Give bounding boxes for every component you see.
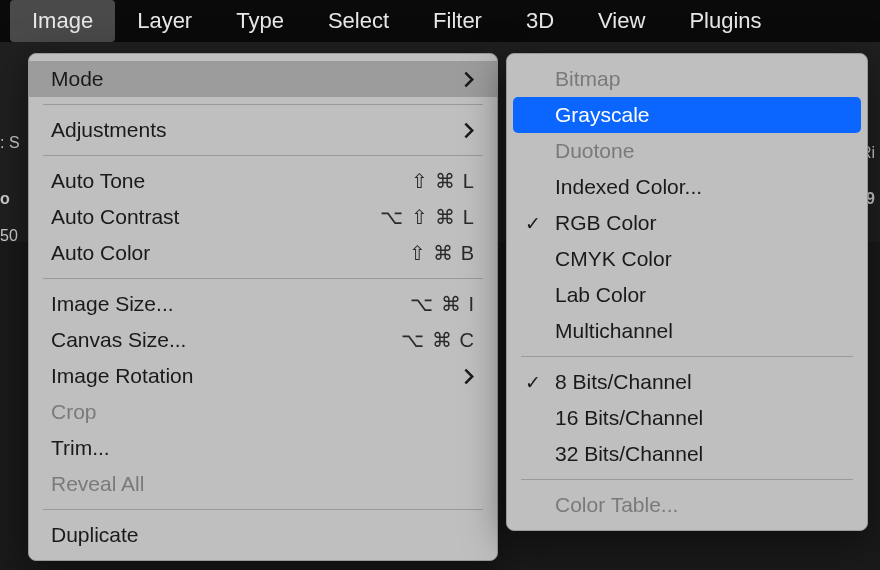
menu-item-adjustments[interactable]: Adjustments (29, 112, 497, 148)
menu-item-label: Auto Color (51, 241, 409, 265)
menubar-item-3d[interactable]: 3D (504, 0, 576, 42)
menubar-item-plugins[interactable]: Plugins (667, 0, 783, 42)
submenu-item-grayscale[interactable]: Grayscale (513, 97, 861, 133)
submenu-item-multichannel[interactable]: Multichannel (507, 313, 867, 349)
menu-item-label: Duplicate (51, 523, 475, 547)
menu-item-auto-tone[interactable]: Auto Tone ⇧ ⌘ L (29, 163, 497, 199)
menu-item-auto-contrast[interactable]: Auto Contrast ⌥ ⇧ ⌘ L (29, 199, 497, 235)
submenu-item-label: 32 Bits/Channel (555, 442, 703, 466)
menu-item-trim[interactable]: Trim... (29, 430, 497, 466)
menu-item-crop: Crop (29, 394, 497, 430)
menu-item-label: Reveal All (51, 472, 475, 496)
checkmark-icon: ✓ (525, 371, 541, 394)
menu-item-canvas-size[interactable]: Canvas Size... ⌥ ⌘ C (29, 322, 497, 358)
bg-text: : S (0, 134, 20, 152)
submenu-item-label: Lab Color (555, 283, 646, 307)
menu-item-label: Auto Contrast (51, 205, 380, 229)
bg-text: o (0, 190, 10, 208)
menu-separator (43, 155, 483, 156)
menubar-item-type[interactable]: Type (214, 0, 306, 42)
keyboard-shortcut: ⌥ ⇧ ⌘ L (380, 205, 475, 229)
chevron-right-icon (464, 122, 475, 139)
submenu-item-16bits[interactable]: 16 Bits/Channel (507, 400, 867, 436)
keyboard-shortcut: ⌥ ⌘ I (410, 292, 475, 316)
keyboard-shortcut: ⇧ ⌘ B (409, 241, 475, 265)
menu-item-label: Trim... (51, 436, 475, 460)
menu-item-image-rotation[interactable]: Image Rotation (29, 358, 497, 394)
menu-item-auto-color[interactable]: Auto Color ⇧ ⌘ B (29, 235, 497, 271)
submenu-item-label: Color Table... (555, 493, 678, 517)
menu-item-label: Crop (51, 400, 475, 424)
menu-item-reveal-all: Reveal All (29, 466, 497, 502)
submenu-item-label: CMYK Color (555, 247, 672, 271)
submenu-item-rgb-color[interactable]: ✓ RGB Color (507, 205, 867, 241)
submenu-item-8bits[interactable]: ✓ 8 Bits/Channel (507, 364, 867, 400)
submenu-item-lab-color[interactable]: Lab Color (507, 277, 867, 313)
submenu-item-cmyk-color[interactable]: CMYK Color (507, 241, 867, 277)
menubar: Image Layer Type Select Filter 3D View P… (0, 0, 880, 42)
submenu-item-label: 16 Bits/Channel (555, 406, 703, 430)
menu-item-label: Image Rotation (51, 364, 464, 388)
submenu-item-label: RGB Color (555, 211, 657, 235)
menu-separator (43, 104, 483, 105)
checkmark-icon: ✓ (525, 212, 541, 235)
submenu-item-label: Indexed Color... (555, 175, 702, 199)
submenu-item-label: Multichannel (555, 319, 673, 343)
menu-separator (521, 479, 853, 480)
menu-separator (521, 356, 853, 357)
submenu-item-label: Bitmap (555, 67, 620, 91)
menu-item-mode[interactable]: Mode (29, 61, 497, 97)
keyboard-shortcut: ⇧ ⌘ L (411, 169, 475, 193)
submenu-item-label: Grayscale (555, 103, 650, 127)
mode-submenu: Bitmap Grayscale Duotone Indexed Color..… (506, 53, 868, 531)
chevron-right-icon (464, 71, 475, 88)
keyboard-shortcut: ⌥ ⌘ C (401, 328, 475, 352)
submenu-item-duotone: Duotone (507, 133, 867, 169)
bg-text: 50 (0, 227, 18, 245)
menubar-item-select[interactable]: Select (306, 0, 411, 42)
menu-separator (43, 278, 483, 279)
menu-item-image-size[interactable]: Image Size... ⌥ ⌘ I (29, 286, 497, 322)
submenu-item-32bits[interactable]: 32 Bits/Channel (507, 436, 867, 472)
chevron-right-icon (464, 368, 475, 385)
menu-item-label: Image Size... (51, 292, 410, 316)
menu-item-duplicate[interactable]: Duplicate (29, 517, 497, 553)
submenu-item-bitmap: Bitmap (507, 61, 867, 97)
submenu-item-indexed-color[interactable]: Indexed Color... (507, 169, 867, 205)
menu-item-label: Mode (51, 67, 464, 91)
menu-item-label: Auto Tone (51, 169, 411, 193)
menu-separator (43, 509, 483, 510)
menubar-item-filter[interactable]: Filter (411, 0, 504, 42)
submenu-item-color-table: Color Table... (507, 487, 867, 523)
menubar-item-image[interactable]: Image (10, 0, 115, 42)
submenu-item-label: 8 Bits/Channel (555, 370, 692, 394)
submenu-item-label: Duotone (555, 139, 634, 163)
image-menu-dropdown: Mode Adjustments Auto Tone ⇧ ⌘ L Auto Co… (28, 53, 498, 561)
menubar-item-view[interactable]: View (576, 0, 667, 42)
menu-item-label: Canvas Size... (51, 328, 401, 352)
menubar-item-layer[interactable]: Layer (115, 0, 214, 42)
menu-item-label: Adjustments (51, 118, 464, 142)
